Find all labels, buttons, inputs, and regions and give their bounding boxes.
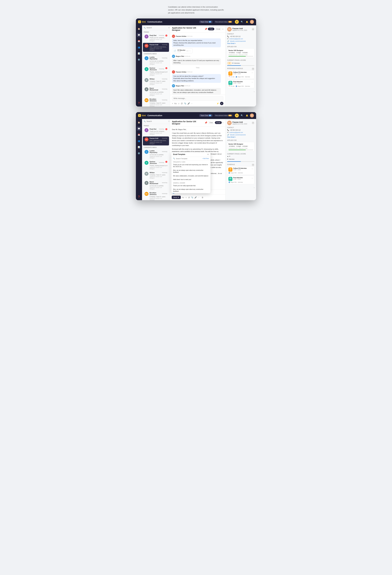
add-button[interactable]: + (235, 20, 239, 24)
sidebar-chat-icon[interactable]: 💬 (137, 33, 141, 37)
mic-tool[interactable]: 🎤 (187, 102, 190, 105)
tab-chat-2[interactable]: Chat (208, 121, 214, 124)
chat-item-wildan-2[interactable]: W Wildan Yesterday Certainly, I have 2+ … (143, 171, 169, 180)
template-search-input[interactable] (176, 158, 201, 159)
right-panel-add-btn-2[interactable]: + (252, 121, 254, 124)
chat-item-panji-2[interactable]: P Panji Dwi Yesterday Thank you for cont… (143, 127, 169, 136)
chat-item-laokta-2[interactable]: L Laokta Raymarley Yesterday Let me see … (143, 149, 169, 160)
search-input-2[interactable] (147, 120, 168, 122)
template-item-3[interactable]: We value collaboration, innovation, and … (171, 174, 211, 178)
compose-more-icon[interactable]: ··· (198, 196, 199, 198)
chat-item-banni[interactable]: B Banni Muhammad Yesterday Let me see ur… (143, 86, 169, 97)
chat-item-darlene[interactable]: D Darlene Jhonsone Yesterday Thanks, loo… (143, 66, 169, 77)
close-x-icon[interactable]: ✕ (229, 156, 230, 157)
sidebar-analytics-icon[interactable]: 📊 (137, 51, 141, 56)
user-avatar-2[interactable]: A (250, 114, 254, 118)
chat-item-wildan[interactable]: W Wildan Yesterday Certainly, I have 2+ … (143, 77, 169, 86)
nav-recruitment-inbox-2[interactable]: Recruitment Inbox 561 (214, 114, 233, 117)
chat-tabs: 📌 Chat Email » (205, 27, 223, 30)
chat-item-brooklyn[interactable]: BS Brooklyn Simmons Yesterday Certainly,… (143, 97, 169, 107)
emoji-tool[interactable]: ☺ (178, 102, 180, 105)
attach-tool[interactable]: 📎 (184, 102, 186, 105)
message-input[interactable] (172, 96, 223, 101)
template-item-2[interactable]: Also, we are always open about any const… (171, 168, 211, 174)
tab-email[interactable]: Email (215, 27, 222, 30)
compose-mic-icon[interactable]: 🎤 (195, 196, 197, 198)
filter-icon[interactable]: ▽ (168, 27, 170, 29)
bell-button-2[interactable]: 🔔 (245, 114, 249, 118)
main-layout-2: 🏠 💬 📅 👥 📊 ⚙️ ❓ 🔍 ▽ ✏ PINNED P (136, 119, 256, 200)
send-button[interactable]: ➤ (220, 102, 223, 105)
collapse-icon[interactable]: ‹ (254, 91, 254, 93)
chat-item-fauzan-2[interactable]: FA Fauzan Ardi Yesterday Sure, optimized… (143, 137, 169, 145)
chat-item-laokta[interactable]: L Laokta Raymarley Yesterday Let me see … (143, 55, 169, 66)
more-dots-icon[interactable]: ··· (190, 50, 191, 52)
sidebar-calendar-icon-2[interactable]: 📅 (137, 133, 141, 137)
add-button-2[interactable]: + (235, 114, 239, 118)
download-icon[interactable]: ⬇ (187, 50, 188, 52)
compose-attach-icon[interactable]: 📎 (191, 196, 193, 198)
text-tool[interactable]: Aa (174, 102, 176, 105)
tab-email-2[interactable]: Email (215, 121, 222, 124)
popup-close-button[interactable]: ✕ (207, 153, 209, 156)
template-item-general-2[interactable]: Also, we are always open about any const… (171, 188, 211, 193)
template-item-4[interactable]: Hello there! nice to meet you! (171, 178, 211, 181)
nav-team-chat[interactable]: Team Chat 24 (199, 21, 213, 23)
filter-icon-2[interactable]: ▽ (168, 120, 170, 122)
attachment-1[interactable]: 📄 CV New.doc 23 mb ⬇ ↗ ··· (172, 48, 193, 53)
send-email-button[interactable]: Send ▼ (172, 196, 181, 199)
compose-at-icon[interactable]: @ (188, 196, 190, 198)
tab-chat[interactable]: Chat (208, 27, 214, 30)
more-icon-2[interactable]: » (222, 121, 223, 124)
nav-team-chat-2[interactable]: Team Chat 24 (199, 114, 213, 117)
lightning-tool[interactable]: ⚡ (217, 102, 219, 105)
add-new-template-btn[interactable]: + Add New (202, 158, 209, 159)
message-bubble-3: Can you tell me about the company cultur… (172, 74, 221, 83)
candidate-name: Fauzan Ardi (233, 27, 247, 29)
more-tool[interactable]: ··· (191, 102, 193, 105)
sidebar-settings-icon[interactable]: ⚙️ (137, 58, 141, 62)
interview-more-icon-1[interactable]: ··· (252, 72, 253, 74)
plus-tool[interactable]: + (172, 102, 173, 105)
expand-icon[interactable]: ▲ (227, 156, 229, 157)
view-detail-link-2[interactable]: View Detail > (227, 136, 254, 138)
message-group-1: FA Fauzan Ardian 09:13 pm Hello, here is… (172, 35, 223, 53)
compose-emoji-icon[interactable]: ☺ (185, 196, 187, 198)
right-panel-add-btn[interactable]: + (252, 28, 254, 31)
chat-item-brooklyn-2[interactable]: BS Brooklyn Simmons Yesterday Certainly,… (143, 191, 169, 200)
sidebar-help-icon-2[interactable]: ❓ (137, 194, 141, 199)
share-icon[interactable]: ↗ (188, 50, 189, 52)
nav-recruitment-inbox[interactable]: Recruitment Inbox 561 (214, 21, 233, 23)
chat-item-darlene-2[interactable]: D Darlene Jhonsone Yesterday Thanks, loo… (143, 160, 169, 170)
template-item-1[interactable]: Thank you for your email and expressing … (171, 163, 211, 168)
right-panel-2: FA Fauzan Ardi Applied at 13 Oct, 2023 +… (225, 119, 256, 200)
interview-more-icon-3[interactable]: ··· (252, 168, 253, 170)
sidebar-calendar-icon[interactable]: 📅 (137, 39, 141, 43)
chat-item-fauzan[interactable]: FA Fauzan Ardi Yesterday Sure, optimized… (143, 43, 169, 52)
sidebar-users-icon[interactable]: 👥 (137, 45, 141, 49)
template-item-general-1[interactable]: Thank you! we really appreciate that (171, 184, 211, 188)
search-button-2[interactable]: 🔍 (240, 114, 244, 118)
interview-more-icon-4[interactable]: ··· (252, 177, 253, 179)
collapse-icon-2[interactable]: ‹ (254, 187, 254, 189)
mention-tool[interactable]: @ (181, 102, 183, 105)
view-detail-link[interactable]: View Detail > (227, 43, 254, 44)
sidebar-settings-icon-2[interactable]: ⚙️ (137, 151, 141, 155)
sidebar-chat-icon-2[interactable]: 💬 (137, 126, 141, 131)
user-avatar[interactable]: A (250, 20, 254, 24)
sidebar-users-icon-2[interactable]: 👥 (137, 139, 141, 143)
interview-more-icon-2[interactable]: ··· (252, 81, 253, 83)
chat-avatar-laokta: L (145, 56, 149, 60)
add-interview-btn[interactable]: + (252, 68, 254, 70)
sidebar-help-icon[interactable]: ❓ (137, 101, 141, 105)
compose-delete-icon[interactable]: 🗑 (202, 196, 203, 198)
more-icon[interactable]: » (222, 28, 223, 30)
add-interview-btn-2[interactable]: + (252, 164, 254, 166)
sidebar-analytics-icon-2[interactable]: 📊 (137, 145, 141, 149)
search-input[interactable] (147, 27, 168, 29)
chat-item-banni-2[interactable]: B Banni Muhammad Yesterday Let me see ur… (143, 180, 169, 191)
chat-item-panji[interactable]: P Panji Dwi Yesterday Thank you for cont… (143, 34, 169, 43)
compose-text-icon[interactable]: Aa (182, 196, 184, 198)
bell-button[interactable]: 🔔 (245, 20, 249, 24)
search-button[interactable]: 🔍 (240, 20, 244, 24)
